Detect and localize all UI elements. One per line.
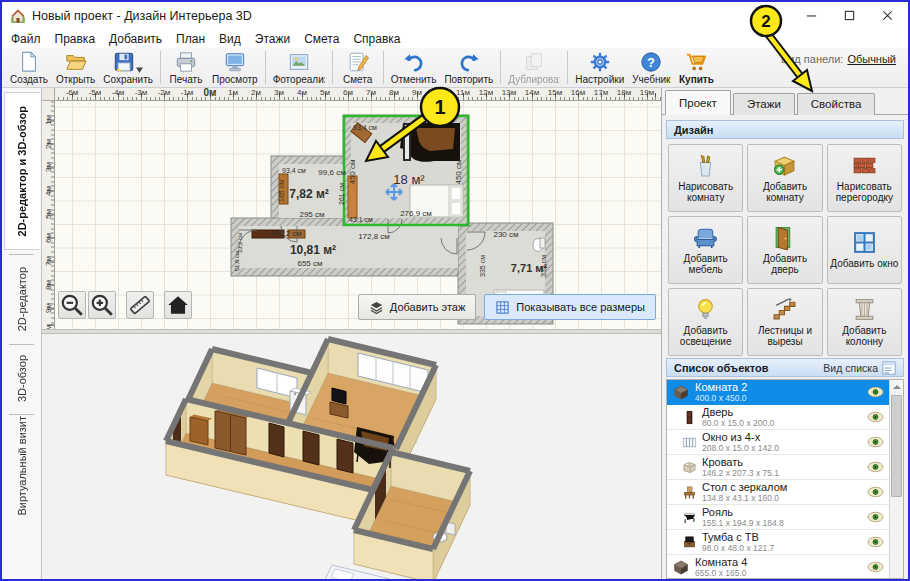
ruler-label: 16м xyxy=(571,88,585,97)
zoom-out-button[interactable] xyxy=(58,291,86,319)
menu-item-7[interactable]: Смета xyxy=(297,31,346,47)
view-3d[interactable] xyxy=(42,334,661,579)
list-view-mode-button[interactable]: Вид списка xyxy=(823,361,896,375)
svg-text:?: ? xyxy=(647,55,655,70)
visibility-eye-icon[interactable] xyxy=(867,536,884,548)
toolbar-button-tutorial[interactable]: ?Учебник xyxy=(628,49,674,87)
minimize-button[interactable] xyxy=(792,2,830,28)
object-row-8[interactable]: Комната 4655.0 x 165.0 xyxy=(667,555,903,579)
zoom-in-button[interactable] xyxy=(88,291,116,319)
view-tab-3[interactable]: 3D-обзор xyxy=(4,348,40,410)
toolbar-button-monitor[interactable]: Просмотр xyxy=(208,49,262,87)
visibility-eye-icon[interactable] xyxy=(867,386,884,398)
object-row-3[interactable]: Окно из 4-х208.0 x 15.0 x 142.0 xyxy=(667,430,903,455)
add-light-button[interactable]: Добавить освещение xyxy=(668,288,743,356)
measure-ruler-button[interactable] xyxy=(126,291,154,319)
view-tab-2[interactable]: 2D-редактор xyxy=(4,258,40,340)
panel-view-value[interactable]: Обычный xyxy=(847,53,896,65)
draw-room-button[interactable]: Нарисовать комнату xyxy=(668,144,743,212)
add-floor-button[interactable]: Добавить этаж xyxy=(358,294,476,320)
dimension-label: 93,4 см xyxy=(282,167,306,174)
stairs-button[interactable]: Лестницы и вырезы xyxy=(747,288,822,356)
visibility-eye-icon[interactable] xyxy=(867,561,884,573)
visibility-eye-icon[interactable] xyxy=(867,461,884,473)
object-list-scrollbar[interactable] xyxy=(889,380,903,578)
home-button[interactable] xyxy=(164,291,192,319)
visibility-eye-icon[interactable] xyxy=(867,411,884,423)
settings-icon xyxy=(589,51,611,73)
ruler-label: 9м xyxy=(44,303,53,313)
ruler-label: 10м xyxy=(433,88,447,97)
menu-item-6[interactable]: Этажи xyxy=(248,31,297,47)
add-light-icon xyxy=(693,297,718,322)
panel-tab-3[interactable]: Свойства xyxy=(797,93,876,115)
add-column-button[interactable]: Добавить колонну xyxy=(827,288,902,356)
dropdown-caret-icon[interactable] xyxy=(136,67,143,73)
toolbar-button-printer[interactable]: Печать xyxy=(164,49,208,87)
toolbar-button-buy-cart[interactable]: Купить xyxy=(674,49,718,87)
view-tab-4[interactable]: Виртуальный визит xyxy=(4,418,40,514)
duplicate-icon xyxy=(523,51,545,73)
visibility-eye-icon[interactable] xyxy=(867,436,884,448)
object-info: Тумба с ТВ98.0 x 48.0 x 121.7 xyxy=(702,531,867,553)
panel-tab-1[interactable]: Проект xyxy=(665,90,731,115)
isometric-apartment xyxy=(42,334,661,579)
add-furniture-icon xyxy=(693,225,718,250)
scrollbar-thumb[interactable] xyxy=(891,395,902,497)
toolbar-button-undo[interactable]: Отменить xyxy=(387,49,441,87)
object-row-6[interactable]: Рояль155.1 x 194.9 x 184.8 xyxy=(667,505,903,530)
object-dimensions: 80.0 x 15.0 x 200.0 xyxy=(702,418,867,428)
menu-item-4[interactable]: План xyxy=(169,31,212,47)
object-row-4[interactable]: Кровать146.2 x 207.3 x 75.1 xyxy=(667,455,903,480)
dimension-label: 172,8 см xyxy=(358,232,390,241)
toolbar-separator xyxy=(160,51,161,84)
panel-tab-2[interactable]: Этажи xyxy=(733,93,795,115)
add-window-button[interactable]: Добавить окно xyxy=(827,216,902,284)
toolbar-button-save-floppy[interactable]: Сохранить xyxy=(99,49,157,87)
menu-item-1[interactable]: Файл xyxy=(4,31,48,47)
ruler-label: -1м xyxy=(181,88,194,97)
menu-item-2[interactable]: Правка xyxy=(48,31,103,47)
ruler-label: -5м xyxy=(89,88,102,97)
obj-piano-icon xyxy=(682,510,697,525)
dimension-label: 295 см xyxy=(299,210,324,219)
menu-item-3[interactable]: Добавить xyxy=(102,31,169,47)
scroll-up-icon[interactable] xyxy=(890,380,903,394)
design-section-header: Дизайн xyxy=(666,120,904,139)
plan-2d-view[interactable]: -7м-6м-5м-4м-3м-2м-1м0м1м2м3м4м5м6м7м8м9… xyxy=(42,88,661,329)
obj-tvstand-icon xyxy=(682,535,697,550)
visibility-eye-icon[interactable] xyxy=(867,486,884,498)
menu-item-5[interactable]: Вид xyxy=(212,31,248,47)
menu-item-8[interactable]: Справка xyxy=(346,31,407,47)
draw-room-icon xyxy=(693,153,718,178)
toolbar-button-label: Повторить xyxy=(444,74,493,85)
plan-zoom-tools xyxy=(58,291,192,319)
add-door-button[interactable]: Добавить дверь xyxy=(747,216,822,284)
add-room-button[interactable]: Добавить комнату xyxy=(747,144,822,212)
object-row-1[interactable]: Комната 2400.0 x 450.0 xyxy=(667,380,903,405)
view-tab-1[interactable]: 2D-редактор и 3D-обзор xyxy=(4,92,40,250)
toolbar-button-redo[interactable]: Повторить xyxy=(440,49,497,87)
toolbar-button-photoreal[interactable]: Фотореализм xyxy=(269,49,329,87)
add-window-icon xyxy=(852,230,877,255)
ruler-corner xyxy=(42,88,55,101)
draw-partition-button[interactable]: Нарисовать перегородку xyxy=(827,144,902,212)
toolbar-button-label: Сохранить xyxy=(103,74,153,85)
close-button[interactable] xyxy=(868,2,906,28)
dimension-label: 93,4 см xyxy=(353,124,377,131)
toolbar-button-label: Купить xyxy=(679,74,714,85)
object-row-2[interactable]: Дверь80.0 x 15.0 x 200.0 xyxy=(667,405,903,430)
object-row-5[interactable]: Стол с зеркалом134.8 x 43.1 x 160.0 xyxy=(667,480,903,505)
object-row-7[interactable]: Тумба с ТВ98.0 x 48.0 x 121.7 xyxy=(667,530,903,555)
maximize-button[interactable] xyxy=(830,2,868,28)
visibility-eye-icon[interactable] xyxy=(867,511,884,523)
toolbar-separator xyxy=(383,51,384,84)
add-furniture-button[interactable]: Добавить мебель xyxy=(668,216,743,284)
toolbar-button-estimate[interactable]: Смета xyxy=(336,49,380,87)
new-document-icon xyxy=(18,51,40,73)
toolbar-button-settings[interactable]: Настройки xyxy=(571,49,628,87)
toolbar-button-new-document[interactable]: Создать xyxy=(6,49,52,87)
show-all-sizes-button[interactable]: Показывать все размеры xyxy=(484,294,656,320)
toolbar-button-open-folder[interactable]: Открыть xyxy=(52,49,99,87)
dimension-label: 450 см xyxy=(348,159,357,184)
